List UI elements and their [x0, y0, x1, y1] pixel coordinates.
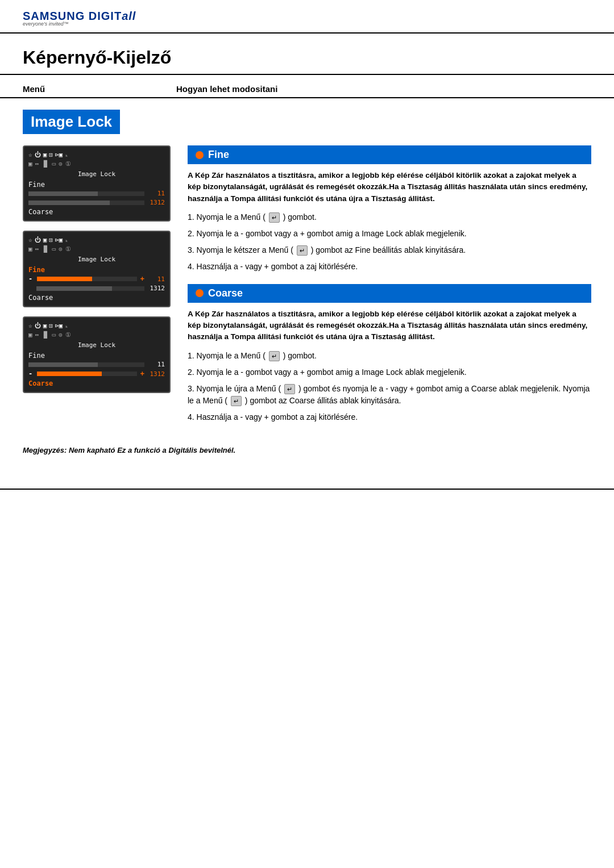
- sun-icon-3: ☆: [28, 322, 32, 329]
- monitor-1-fine-bar: [28, 191, 144, 196]
- menu-icon-coarse-1: ↵: [269, 351, 280, 362]
- icon-arrow-2: ↔: [35, 245, 39, 253]
- note-text: Megjegyzés: Nem kapható Ez a funkció a D…: [23, 446, 591, 454]
- monitor-2-fine-fill: [37, 277, 92, 281]
- monitor-1-fine-bar-row: 11: [28, 190, 165, 197]
- menu-icon-fine-3: ↵: [297, 245, 308, 256]
- samsung-logo: SAMSUNG DIGITall everyone's invited™: [23, 10, 591, 27]
- icon-box-3: ⊡: [49, 236, 53, 244]
- monitor-2-coarse-value: 1312: [148, 285, 165, 292]
- monitor-3-plus: +: [140, 370, 144, 378]
- icon-box-6: ⊳▣: [55, 322, 63, 329]
- monitor-1-coarse-label: Coarse: [28, 208, 165, 216]
- monitor-2-minus: -: [28, 275, 32, 283]
- icon-rect-2: ▭: [52, 245, 56, 253]
- monitor-1-title: Image Lock: [28, 170, 165, 178]
- monitor-3-fine-bar-row: 11: [28, 361, 165, 368]
- page-title: Képernyő-Kijelző: [23, 47, 591, 68]
- fine-step-3: 3. Nyomja le kétszer a Menű ( ↵ ) gombot…: [188, 244, 591, 256]
- coarse-steps: 1. Nyomja le a Menű ( ↵ ) gombot. 2. Nyo…: [188, 350, 591, 423]
- coarse-description: A Kép Zár használatos a tisztitásra, ami…: [188, 308, 591, 343]
- power-icon-3: ⏻: [35, 322, 41, 329]
- coarse-step-2: 2. Nyomja le a - gombot vagy a + gombot …: [188, 366, 591, 378]
- monitor-2-coarse-fill: [36, 286, 112, 291]
- icon-k-3: ₖ: [65, 323, 68, 329]
- monitor-1: ☆ ⏻ ▣ ⊡ ⊳▣ ₖ ▣ ↔ ▐▌ ▭ ⊙ ① Image Lock Fin…: [23, 145, 171, 222]
- icon-frame: ▣: [28, 160, 32, 168]
- monitor-3-top-row: ☆ ⏻ ▣ ⊡ ⊳▣ ₖ: [28, 322, 165, 329]
- monitor-2-fine-label: Fine: [28, 266, 165, 274]
- fine-step-1: 1. Nyomja le a Menű ( ↵ ) gombot.: [188, 211, 591, 223]
- two-col-layout: ☆ ⏻ ▣ ⊡ ⊳▣ ₖ ▣ ↔ ▐▌ ▭ ⊙ ① Image Lock Fin…: [23, 145, 591, 435]
- monitor-1-top-row: ☆ ⏻ ▣ ⊡ ⊳▣ ₖ: [28, 151, 165, 158]
- column-headers: Menű Hogyan lehet modositani: [0, 75, 614, 98]
- icon-orange-3: ▣: [43, 322, 47, 329]
- monitor-3-minus: -: [28, 370, 32, 378]
- icon-rect-3: ▭: [52, 331, 56, 339]
- monitor-1-coarse-fill: [28, 201, 110, 205]
- col-how-header: Hogyan lehet modositani: [176, 84, 277, 94]
- monitor-2-plus: +: [140, 275, 144, 283]
- sun-icon-2: ☆: [28, 236, 32, 244]
- monitor-2-coarse-bar-row: 1312: [28, 285, 165, 292]
- monitor-3: ☆ ⏻ ▣ ⊡ ⊳▣ ₖ ▣ ↔ ▐▌ ▭ ⊙ ① Image Lock Fin…: [23, 316, 171, 393]
- icon-orange-1: ▣: [43, 151, 47, 158]
- monitor-3-fine-label: Fine: [28, 352, 165, 360]
- monitor-1-coarse-value: 1312: [148, 199, 165, 206]
- monitor-1-fine-fill: [28, 191, 98, 196]
- icon-circle: ⊙: [59, 160, 63, 168]
- icon-orange-2: ▣: [43, 236, 47, 244]
- monitor-3-fine-value: 11: [148, 361, 165, 368]
- icon-i-2: ①: [65, 245, 71, 253]
- image-lock-heading: Image Lock: [23, 110, 120, 134]
- menu-icon-fine-1: ↵: [269, 212, 280, 223]
- icon-box-5: ⊡: [49, 322, 53, 329]
- monitor-1-fine-label: Fine: [28, 181, 165, 189]
- main-content: Image Lock ☆ ⏻ ▣ ⊡ ⊳▣ ₖ ▣ ↔ ▐▌ ▭: [0, 110, 614, 471]
- coarse-dot: [196, 289, 204, 297]
- monitor-3-coarse-label: Coarse: [28, 379, 165, 387]
- monitor-3-fine-bar: [28, 362, 144, 367]
- fine-description: A Kép Zár használatos a tisztitásra, ami…: [188, 170, 591, 205]
- fine-step-2: 2. Nyomja le a - gombot vagy a + gombot …: [188, 228, 591, 240]
- bottom-border: [0, 489, 614, 490]
- icon-k: ₖ: [65, 152, 68, 158]
- fine-heading-text: Fine: [208, 149, 229, 161]
- header: SAMSUNG DIGITall everyone's invited™: [0, 0, 614, 34]
- icon-frame-2: ▣: [28, 245, 32, 253]
- icon-bars: ▐▌: [42, 160, 49, 168]
- icon-circle-3: ⊙: [59, 331, 63, 339]
- monitor-2-coarse-label: Coarse: [28, 294, 165, 302]
- power-icon-2: ⏻: [35, 236, 41, 244]
- icon-box-1: ⊡: [49, 151, 53, 158]
- icon-circle-2: ⊙: [59, 245, 63, 253]
- sun-icon: ☆: [28, 151, 32, 158]
- monitor-2-fine-value: 11: [148, 276, 165, 283]
- icon-bars-2: ▐▌: [42, 245, 49, 253]
- monitor-3-title: Image Lock: [28, 341, 165, 349]
- monitor-3-coarse-bar: [37, 372, 137, 376]
- coarse-step-4: 4. Használja a - vagy + gombot a zaj kit…: [188, 411, 591, 423]
- monitor-1-second-row: ▣ ↔ ▐▌ ▭ ⊙ ①: [28, 160, 165, 168]
- page-title-section: Képernyő-Kijelző: [0, 34, 614, 75]
- monitor-2-title: Image Lock: [28, 256, 165, 263]
- icon-i: ①: [65, 160, 71, 168]
- monitor-1-coarse-bar: [28, 201, 144, 205]
- fine-section-heading: Fine: [188, 145, 591, 164]
- monitor-1-fine-value: 11: [148, 190, 165, 197]
- power-icon: ⏻: [35, 151, 41, 158]
- menu-icon-coarse-3b: ↵: [231, 396, 242, 407]
- coarse-section-heading: Coarse: [188, 284, 591, 303]
- monitor-2-fine-bar: [37, 277, 137, 281]
- monitor-3-coarse-bar-row: - + 1312: [28, 370, 165, 378]
- icon-rect: ▭: [52, 160, 56, 168]
- icon-k-2: ₖ: [65, 237, 68, 243]
- icon-box-4: ⊳▣: [55, 236, 63, 244]
- fine-step-4: 4. Használja a - vagy + gombot a zaj kit…: [188, 261, 591, 273]
- left-column: ☆ ⏻ ▣ ⊡ ⊳▣ ₖ ▣ ↔ ▐▌ ▭ ⊙ ① Image Lock Fin…: [23, 145, 171, 435]
- monitor-2-second-row: ▣ ↔ ▐▌ ▭ ⊙ ①: [28, 245, 165, 253]
- right-column: Fine A Kép Zár használatos a tisztitásra…: [188, 145, 591, 435]
- fine-steps: 1. Nyomja le a Menű ( ↵ ) gombot. 2. Nyo…: [188, 211, 591, 273]
- icon-box-2: ⊳▣: [55, 151, 63, 158]
- icon-i-3: ①: [65, 331, 71, 339]
